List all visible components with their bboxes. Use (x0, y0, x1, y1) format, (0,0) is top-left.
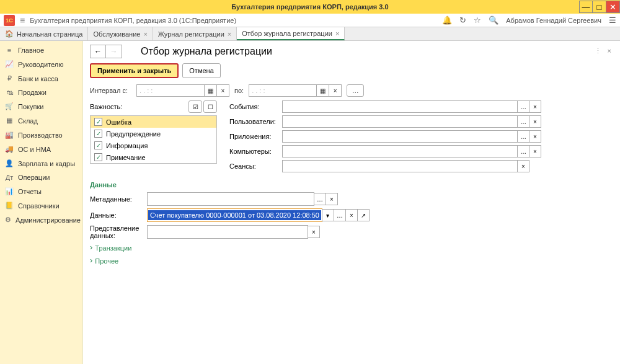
apps-select-button[interactable]: … (517, 130, 529, 143)
user-name[interactable]: Абрамов Геннадий Сергеевич (506, 17, 601, 24)
sidebar-item-sales[interactable]: 🛍Продажи (0, 86, 82, 99)
truck-icon: 🚚 (5, 145, 14, 153)
events-label: События: (229, 103, 282, 110)
events-input[interactable] (282, 100, 518, 113)
interval-to-label: по: (234, 87, 244, 94)
sidebar-item-assets[interactable]: 🚚ОС и НМА (0, 142, 82, 156)
tab-bar: 🏠 Начальная страница Обслуживание × Журн… (0, 27, 620, 41)
checkbox-icon[interactable]: ✓ (94, 130, 102, 138)
page-title: Отбор журнала регистрации (141, 46, 272, 57)
severity-item-info[interactable]: ✓Информация (91, 140, 216, 151)
sidebar-label: Администрирование (16, 216, 81, 224)
tab-journal[interactable]: Журнал регистрации × (153, 27, 237, 40)
users-select-button[interactable]: … (517, 115, 529, 128)
sidebar-item-salary[interactable]: 👤Зарплата и кадры (0, 156, 82, 171)
computers-input[interactable] (282, 145, 518, 158)
sidebar-label: Продажи (18, 89, 46, 96)
severity-item-note[interactable]: ✓Примечание (91, 151, 216, 163)
star-icon[interactable]: ☆ (474, 16, 481, 25)
checkbox-icon[interactable]: ✓ (94, 118, 102, 126)
apply-close-button[interactable]: Применить и закрыть (90, 63, 179, 78)
interval-from-input[interactable]: . . : : (136, 84, 205, 97)
data-open-button[interactable]: ↗ (357, 209, 370, 221)
metadata-label: Метаданные: (90, 195, 147, 203)
clear-from-icon[interactable]: × (217, 84, 229, 97)
events-clear-button[interactable]: × (529, 100, 541, 113)
data-input[interactable]: Счет покупателю 0000-000001 от 03.08.202… (147, 208, 322, 222)
sidebar-item-warehouse[interactable]: ▦Склад (0, 113, 82, 128)
repr-label: Представление данных: (90, 224, 147, 239)
window-title: Бухгалтерия предприятия КОРП, редакция 3… (231, 3, 388, 11)
history-icon[interactable]: ↻ (459, 16, 466, 25)
apps-input[interactable] (282, 130, 518, 143)
checkbox-icon[interactable]: ✓ (94, 153, 102, 161)
events-select-button[interactable]: … (517, 100, 529, 113)
sidebar-item-operations[interactable]: ДтОперации (0, 171, 82, 184)
computers-select-button[interactable]: … (517, 145, 529, 158)
sidebar-item-bank[interactable]: ₽Банк и касса (0, 71, 82, 86)
computers-clear-button[interactable]: × (529, 145, 541, 158)
tab-service[interactable]: Обслуживание × (88, 27, 153, 40)
calendar-to-icon[interactable]: ▦ (317, 84, 329, 97)
uncheck-all-button[interactable]: ☐ (203, 100, 217, 113)
sidebar-item-refs[interactable]: 📒Справочники (0, 198, 82, 213)
maximize-button[interactable]: □ (593, 1, 606, 13)
checkbox-icon[interactable]: ✓ (94, 141, 102, 149)
nav-back-button[interactable]: ← (90, 45, 106, 58)
data-dropdown-button[interactable]: ▾ (322, 209, 334, 221)
interval-more-button[interactable]: … (347, 84, 364, 97)
repr-input[interactable] (147, 225, 308, 239)
calendar-from-icon[interactable]: ▦ (205, 84, 217, 97)
tab-filter[interactable]: Отбор журнала регистрации × (237, 27, 345, 40)
interval-to-input[interactable]: . . : : (249, 84, 317, 97)
sidebar-item-main[interactable]: ≡Главное (0, 43, 82, 57)
tab-home[interactable]: 🏠 Начальная страница (0, 27, 88, 40)
users-input[interactable] (282, 115, 518, 128)
sessions-label: Сеансы: (229, 162, 282, 170)
dt-icon: Дт (5, 174, 14, 181)
bell-icon[interactable]: 🔔 (442, 16, 452, 25)
sidebar-label: Банк и касса (18, 75, 58, 82)
users-label: Пользователи: (229, 118, 282, 125)
chart-icon: 📈 (5, 60, 14, 68)
sidebar-item-purchases[interactable]: 🛒Покупки (0, 99, 82, 113)
tab-close-icon[interactable]: × (335, 30, 339, 37)
search-icon[interactable]: 🔍 (489, 16, 498, 25)
menu-icon[interactable]: ≡ (20, 16, 25, 25)
close-button[interactable]: ✕ (606, 1, 620, 13)
sidebar-item-reports[interactable]: 📊Отчеты (0, 184, 82, 198)
sidebar-item-manager[interactable]: 📈Руководителю (0, 57, 82, 71)
metadata-input[interactable] (147, 192, 314, 206)
sessions-input[interactable] (282, 160, 518, 172)
user-menu-icon[interactable]: ☰ (609, 16, 616, 25)
repr-clear-button[interactable]: × (308, 226, 320, 238)
metadata-clear-button[interactable]: × (326, 193, 338, 205)
check-all-button[interactable]: ☑ (188, 100, 202, 113)
sidebar-item-admin[interactable]: ⚙Администрирование (0, 213, 82, 227)
expand-other[interactable]: Прочее (90, 256, 613, 265)
tab-close-icon[interactable]: × (228, 30, 231, 38)
cancel-button[interactable]: Отмена (182, 63, 220, 78)
apps-clear-button[interactable]: × (529, 130, 541, 143)
severity-item-error[interactable]: ✓Ошибка (91, 116, 216, 128)
sessions-clear-button[interactable]: × (517, 160, 529, 172)
minimize-button[interactable]: — (579, 1, 593, 13)
clear-to-icon[interactable]: × (329, 84, 342, 97)
more-icon[interactable]: ⋮ (595, 47, 601, 55)
data-label: Данные: (90, 211, 147, 219)
data-select-button[interactable]: … (334, 209, 346, 221)
grid-icon: ▦ (5, 117, 14, 125)
severity-item-warning[interactable]: ✓Предупреждение (91, 128, 216, 140)
sidebar-item-production[interactable]: 🏭Производство (0, 128, 82, 142)
severity-item-label: Ошибка (106, 118, 131, 126)
tab-close-icon[interactable]: × (143, 30, 147, 38)
severity-label: Важность: (90, 103, 122, 110)
sidebar-label: ОС и НМА (18, 146, 51, 153)
metadata-select-button[interactable]: … (314, 193, 326, 205)
nav-forward-button[interactable]: → (106, 45, 122, 58)
page-close-icon[interactable]: × (608, 47, 611, 55)
data-clear-button[interactable]: × (345, 209, 358, 221)
users-clear-button[interactable]: × (529, 115, 541, 128)
interval-from-label: Интервал с: (90, 87, 136, 94)
expand-transactions[interactable]: Транзакции (90, 243, 613, 252)
